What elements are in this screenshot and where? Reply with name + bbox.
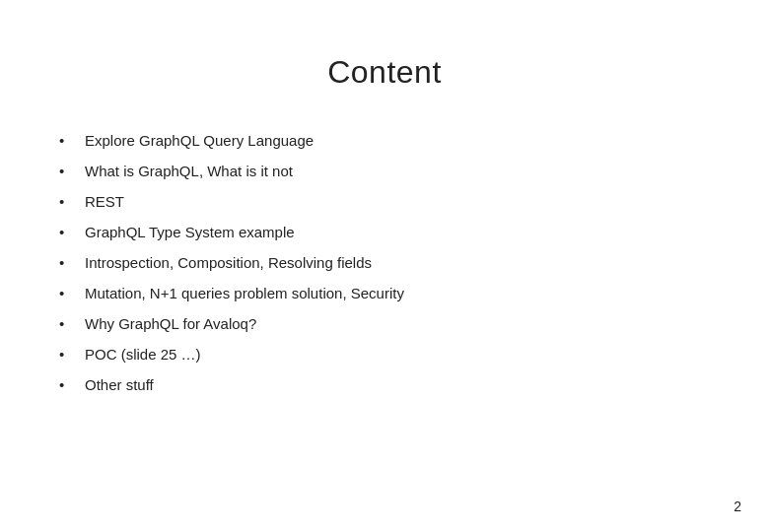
list-item: •POC (slide 25 …) <box>59 344 404 365</box>
list-item-text: POC (slide 25 …) <box>85 344 201 365</box>
list-item-text: Mutation, N+1 queries problem solution, … <box>85 283 404 303</box>
bullet-dot: • <box>59 374 77 395</box>
bullet-dot: • <box>59 252 77 273</box>
content-area: •Explore GraphQL Query Language•What is … <box>59 130 404 405</box>
slide-title: Content <box>327 54 442 91</box>
bullet-dot: • <box>59 344 77 365</box>
list-item-text: What is GraphQL, What is it not <box>85 161 293 181</box>
bullet-dot: • <box>59 191 77 212</box>
list-item-text: Introspection, Composition, Resolving fi… <box>85 252 372 273</box>
list-item-text: Explore GraphQL Query Language <box>85 130 314 151</box>
bullet-dot: • <box>59 161 77 181</box>
list-item: •Why GraphQL for Avaloq? <box>59 313 404 334</box>
bullet-list: •Explore GraphQL Query Language•What is … <box>59 130 404 395</box>
bullet-dot: • <box>59 222 77 242</box>
list-item-text: REST <box>85 191 124 212</box>
bullet-dot: • <box>59 283 77 303</box>
list-item: •GraphQL Type System example <box>59 222 404 242</box>
bullet-dot: • <box>59 130 77 151</box>
list-item: •Mutation, N+1 queries problem solution,… <box>59 283 404 303</box>
slide-number: 2 <box>734 499 741 514</box>
list-item: •Introspection, Composition, Resolving f… <box>59 252 404 273</box>
list-item-text: GraphQL Type System example <box>85 222 295 242</box>
bullet-dot: • <box>59 313 77 334</box>
list-item: •Other stuff <box>59 374 404 395</box>
list-item: •REST <box>59 191 404 212</box>
list-item: •What is GraphQL, What is it not <box>59 161 404 181</box>
slide: Content •Explore GraphQL Query Language•… <box>0 0 769 532</box>
list-item-text: Why GraphQL for Avaloq? <box>85 313 256 334</box>
list-item: •Explore GraphQL Query Language <box>59 130 404 151</box>
list-item-text: Other stuff <box>85 374 154 395</box>
